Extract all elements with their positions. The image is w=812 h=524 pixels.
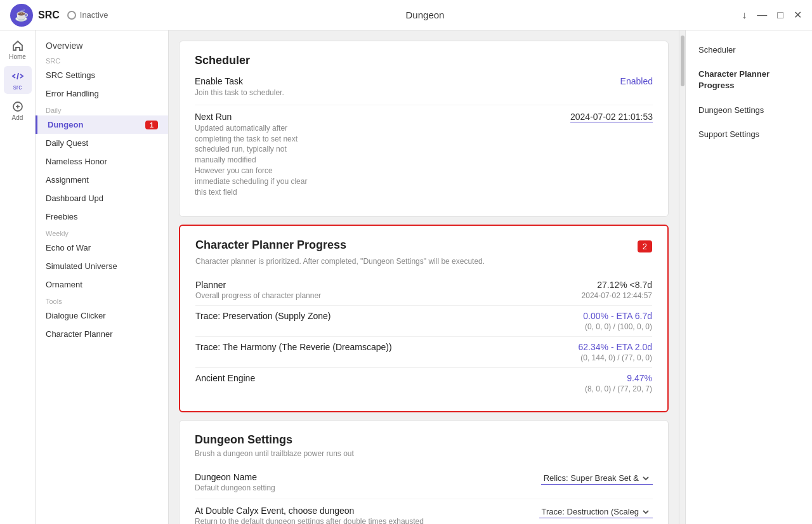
right-sidebar-ds-label: Dungeon Settings (698, 105, 764, 115)
status-label: Inactive (80, 10, 108, 20)
sidebar-item-nameless-honor[interactable]: Nameless Honor (36, 152, 168, 171)
dungeon-name-row: Dungeon Name Default dungeon setting Rel… (195, 466, 653, 499)
enable-task-desc: Join this task to scheduler. (195, 88, 309, 98)
enable-task-value[interactable]: Enabled (309, 76, 653, 86)
planner-value-sub-1: (0, 0, 0) / (100, 0, 0) (583, 322, 652, 331)
sidebar-item-character-planner[interactable]: Character Planner (36, 325, 168, 343)
sidebar-section-tools: Tools (36, 294, 168, 306)
sidebar-label-simulated-universe: Simulated Universe (46, 261, 117, 271)
window-title: Dungeon (108, 10, 742, 20)
close-button[interactable]: ✕ (794, 9, 802, 21)
sidebar-item-assignment[interactable]: Assignment (36, 171, 168, 189)
dungeon-settings-card: Dungeon Settings Brush a dungeon until t… (179, 420, 669, 524)
right-sidebar-ss-label: Support Settings (698, 129, 759, 139)
planner-value-main-2: 62.34% - ETA 2.0d (579, 342, 652, 352)
titlebar: ☕ SRC Inactive Dungeon ↓ — □ ✕ (0, 0, 812, 30)
planner-value-main-0: 27.12% <8.7d (582, 280, 652, 290)
status-circle-icon (67, 11, 76, 20)
download-icon[interactable]: ↓ (742, 10, 747, 21)
app-logo: ☕ (10, 4, 33, 27)
planner-label-3: Ancient Engine (195, 373, 585, 383)
dungeon-settings-title: Dungeon Settings (195, 433, 653, 447)
character-planner-card: Character Planner Progress 2 Character p… (179, 225, 669, 412)
planner-value-sub-3: (8, 0, 0) / (77, 20, 7) (585, 384, 652, 393)
nav-src[interactable]: src (4, 66, 32, 94)
planner-value-main-1: 0.00% - ETA 6.7d (583, 311, 652, 321)
sidebar-label-ornament: Ornament (46, 280, 82, 289)
dungeon-badge: 1 (145, 121, 158, 129)
sidebar-section-src: SRC (36, 53, 168, 66)
sidebar-label-freebies: Freebies (46, 212, 78, 221)
right-sidebar: Scheduler Character Planner Progress Dun… (685, 30, 812, 524)
sidebar-label-dungeon: Dungeon (48, 120, 83, 129)
sidebar-item-error-handling[interactable]: Error Handling (36, 84, 168, 103)
nav-add-label: Add (12, 114, 23, 121)
sidebar-label-assignment: Assignment (46, 175, 89, 185)
planner-desc-0: Overall progress of character planner (195, 291, 582, 300)
sidebar-label-echo-of-war: Echo of War (46, 243, 91, 252)
double-calyx-row: At Double Calyx Event, choose dungeon Re… (195, 499, 653, 524)
maximize-button[interactable]: □ (777, 10, 783, 21)
sidebar-item-overview[interactable]: Overview (36, 36, 168, 53)
sidebar-item-freebies[interactable]: Freebies (36, 207, 168, 226)
sidebar-item-daily-quest[interactable]: Daily Quest (36, 134, 168, 152)
planner-label-2: Trace: The Harmony (The Reverie (Dreamsc… (195, 342, 579, 352)
sidebar-label-character-planner: Character Planner (46, 329, 113, 339)
sidebar-label-dashboard-upd: Dashboard Upd (46, 193, 103, 203)
next-run-value[interactable]: 2024-07-02 21:01:53 (570, 112, 653, 122)
right-sidebar-support-settings[interactable]: Support Settings (686, 122, 812, 147)
planner-label-1: Trace: Preservation (Supply Zone) (195, 311, 583, 321)
scheduler-enable-task-row: Enable Task Join this task to scheduler.… (195, 70, 653, 105)
sidebar-item-simulated-universe[interactable]: Simulated Universe (36, 257, 168, 275)
status-indicator: Inactive (67, 10, 108, 20)
app-body: Home src Add Overview SRC SRC Settings E… (0, 30, 812, 524)
right-sidebar-character-planner-progress[interactable]: Character Planner Progress (686, 62, 812, 98)
nav-home-label: Home (9, 53, 26, 60)
sidebar-item-dialogue-clicker[interactable]: Dialogue Clicker (36, 306, 168, 325)
planner-row-0: Planner Overall progress of character pl… (195, 275, 652, 306)
sidebar-item-echo-of-war[interactable]: Echo of War (36, 239, 168, 257)
svg-line-0 (17, 73, 18, 79)
planner-row-3: Ancient Engine 9.47% (8, 0, 0) / (77, 20… (195, 368, 652, 398)
scrollbar[interactable] (679, 30, 685, 524)
dungeon-name-label: Dungeon Name (195, 472, 526, 482)
scheduler-card: Scheduler Enable Task Join this task to … (179, 41, 669, 217)
content-area: Scheduler Enable Task Join this task to … (169, 30, 685, 524)
next-run-label: Next Run (195, 112, 309, 122)
right-sidebar-scheduler[interactable]: Scheduler (686, 38, 812, 62)
sidebar-label-src-settings: SRC Settings (46, 70, 95, 80)
planner-row-2: Trace: The Harmony (The Reverie (Dreamsc… (195, 337, 652, 368)
sidebar-item-dungeon[interactable]: Dungeon 1 (36, 115, 168, 134)
sidebar-item-dashboard-upd[interactable]: Dashboard Upd (36, 189, 168, 207)
sidebar-label-nameless-honor: Nameless Honor (46, 157, 107, 166)
sidebar-item-ornament[interactable]: Ornament (36, 275, 168, 294)
sidebar-label-dialogue-clicker: Dialogue Clicker (46, 311, 106, 320)
dungeon-name-value: Relics: Super Break Set & (544, 473, 639, 483)
sidebar-label-error-handling: Error Handling (46, 89, 99, 98)
enable-task-label: Enable Task (195, 76, 309, 86)
next-run-desc: Updated automatically after completing t… (195, 123, 309, 198)
sidebar: Overview SRC SRC Settings Error Handling… (36, 30, 169, 524)
character-planner-badge: 2 (638, 240, 652, 252)
dungeon-name-dropdown[interactable]: Relics: Super Break Set & (541, 472, 653, 485)
double-calyx-desc: Return to the default dungeon settings a… (195, 517, 526, 524)
scheduler-title: Scheduler (195, 54, 653, 67)
minimize-button[interactable]: — (757, 10, 767, 21)
double-calyx-dropdown[interactable]: Trace: Destruction (Scaleg (539, 506, 653, 518)
nav-src-label: src (13, 84, 22, 91)
right-sidebar-cpp-label: Character Planner Progress (698, 69, 769, 90)
nav-home[interactable]: Home (4, 36, 32, 63)
app-name: SRC (38, 10, 60, 21)
icon-nav: Home src Add (0, 30, 36, 524)
dungeon-name-desc: Default dungeon setting (195, 483, 526, 492)
planner-value-main-3: 9.47% (585, 373, 652, 383)
double-calyx-label: At Double Calyx Event, choose dungeon (195, 506, 526, 516)
sidebar-section-daily: Daily (36, 103, 168, 115)
right-sidebar-dungeon-settings[interactable]: Dungeon Settings (686, 98, 812, 122)
sidebar-item-src-settings[interactable]: SRC Settings (36, 66, 168, 84)
sidebar-section-weekly: Weekly (36, 226, 168, 239)
sidebar-label-daily-quest: Daily Quest (46, 138, 88, 148)
character-planner-subtitle: Character planner is prioritized. After … (195, 257, 652, 266)
planner-value-sub-2: (0, 144, 0) / (77, 0, 0) (579, 353, 652, 362)
nav-add[interactable]: Add (4, 96, 32, 124)
